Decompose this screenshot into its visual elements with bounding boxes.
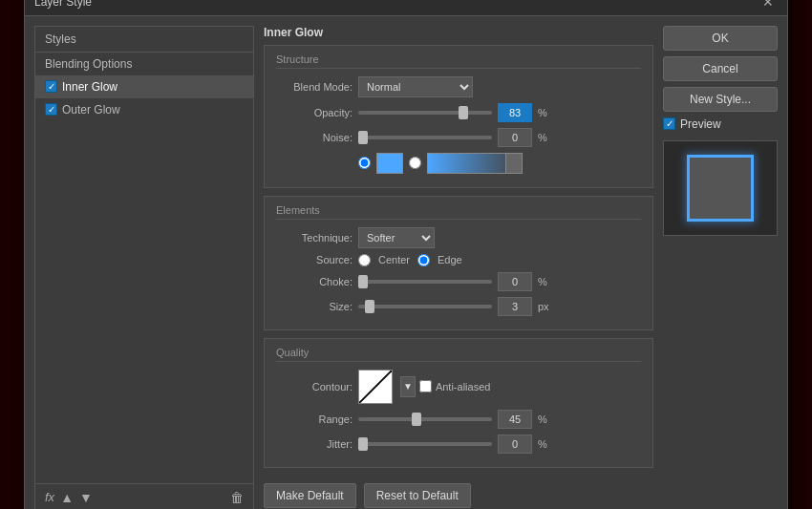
outer-glow-check[interactable]: ✓ [45, 103, 57, 116]
structure-subtitle: Structure [276, 53, 641, 69]
close-button[interactable]: ✕ [759, 0, 778, 10]
structure-section: Structure Blend Mode: Normal Multiply Sc… [264, 45, 653, 188]
noise-percent: % [538, 132, 547, 143]
opacity-label: Opacity: [276, 107, 353, 118]
source-center-label: Center [378, 254, 410, 265]
range-thumb[interactable] [412, 413, 421, 426]
choke-slider[interactable] [358, 280, 492, 284]
size-input[interactable]: 3 [498, 297, 532, 316]
styles-header: Styles [35, 27, 253, 53]
blend-mode-row: Blend Mode: Normal Multiply Screen Overl… [276, 76, 641, 97]
layer-style-dialog: Layer Style ✕ Styles Blending Options ✓ … [24, 0, 788, 509]
left-panel-footer: fx ▲ ▼ 🗑 [35, 483, 253, 510]
preview-inner [687, 155, 754, 222]
source-edge-radio[interactable] [417, 254, 430, 266]
main-panel: Inner Glow Structure Blend Mode: Normal … [264, 26, 653, 510]
source-label: Source: [276, 254, 353, 265]
technique-row: Technique: Softer Precise [276, 227, 641, 248]
left-panel: Styles Blending Options ✓ Inner Glow ✓ O… [34, 26, 254, 510]
range-row: Range: 45 % [276, 410, 641, 429]
ok-button[interactable]: OK [663, 26, 778, 51]
jitter-thumb[interactable] [358, 437, 368, 451]
opacity-percent: % [538, 107, 547, 118]
range-slider[interactable] [358, 417, 492, 421]
choke-label: Choke: [276, 276, 353, 287]
color-swatch[interactable] [376, 153, 403, 174]
section-title: Inner Glow [264, 26, 653, 39]
preview-text: Preview [680, 117, 721, 131]
right-panel: OK Cancel New Style... ✓ Preview [663, 26, 778, 510]
range-input[interactable]: 45 [498, 410, 532, 429]
title-bar: Layer Style ✕ [25, 0, 787, 16]
bottom-buttons: Make Default Reset to Default [264, 476, 653, 510]
preview-label[interactable]: ✓ Preview [663, 117, 778, 131]
contour-preview[interactable] [358, 370, 393, 404]
quality-section: Quality Contour: ▼ Anti-aliased [264, 338, 653, 468]
size-row: Size: 3 px [276, 297, 641, 316]
move-up-button[interactable]: ▲ [60, 490, 74, 505]
contour-dropdown-button[interactable]: ▼ [400, 376, 416, 397]
gradient-radio[interactable] [409, 157, 421, 169]
source-edge-label: Edge [438, 254, 462, 265]
jitter-input[interactable]: 0 [498, 435, 532, 454]
range-label: Range: [276, 414, 353, 425]
elements-subtitle: Elements [276, 204, 641, 220]
anti-alias-label[interactable]: Anti-aliased [419, 380, 490, 392]
size-label: Size: [276, 301, 353, 312]
choke-thumb[interactable] [358, 275, 368, 288]
noise-label: Noise: [276, 132, 353, 143]
sidebar-item-blending-options[interactable]: Blending Options [35, 53, 253, 75]
dialog-title: Layer Style [34, 0, 92, 9]
source-radio-group: Center Edge [358, 254, 462, 266]
outer-glow-label: Outer Glow [62, 103, 120, 117]
range-percent: % [538, 414, 547, 425]
elements-section: Elements Technique: Softer Precise Sourc… [264, 196, 653, 330]
move-down-button[interactable]: ▼ [79, 490, 93, 505]
blend-mode-label: Blend Mode: [276, 81, 353, 93]
source-row: Source: Center Edge [276, 254, 641, 266]
jitter-label: Jitter: [276, 438, 353, 450]
preview-box [663, 140, 778, 236]
preview-check[interactable]: ✓ [663, 117, 675, 130]
choke-row: Choke: 0 % [276, 272, 641, 291]
contour-label: Contour: [276, 381, 353, 392]
color-row [276, 153, 641, 174]
fx-icon: fx [45, 490, 54, 504]
dialog-body: Styles Blending Options ✓ Inner Glow ✓ O… [25, 16, 787, 510]
size-thumb[interactable] [365, 300, 374, 313]
opacity-input[interactable]: 83 [498, 103, 532, 122]
cancel-button[interactable]: Cancel [663, 56, 778, 81]
size-px: px [538, 301, 549, 312]
noise-row: Noise: 0 % [276, 128, 641, 147]
opacity-row: Opacity: 83 % [276, 103, 641, 122]
blending-options-label: Blending Options [45, 57, 132, 71]
contour-row: Contour: ▼ Anti-aliased [276, 370, 641, 404]
jitter-percent: % [538, 438, 547, 450]
technique-select[interactable]: Softer Precise [358, 227, 435, 248]
sidebar-item-outer-glow[interactable]: ✓ Outer Glow [35, 98, 253, 121]
new-style-button[interactable]: New Style... [663, 87, 778, 112]
choke-percent: % [538, 276, 547, 287]
opacity-thumb[interactable] [459, 106, 468, 119]
solid-color-radio[interactable] [358, 157, 371, 169]
reset-to-default-button[interactable]: Reset to Default [364, 483, 471, 508]
choke-input[interactable]: 0 [498, 272, 532, 291]
sidebar-item-inner-glow[interactable]: ✓ Inner Glow [35, 75, 253, 98]
make-default-button[interactable]: Make Default [264, 483, 356, 508]
noise-thumb[interactable] [358, 131, 368, 144]
delete-button[interactable]: 🗑 [230, 490, 244, 505]
inner-glow-label: Inner Glow [62, 80, 118, 94]
opacity-slider[interactable] [358, 111, 492, 115]
noise-input[interactable]: 0 [498, 128, 532, 147]
gradient-swatch[interactable] [427, 153, 523, 174]
quality-subtitle: Quality [276, 347, 641, 362]
jitter-row: Jitter: 0 % [276, 435, 641, 454]
jitter-slider[interactable] [358, 442, 492, 446]
inner-glow-check[interactable]: ✓ [45, 80, 57, 93]
technique-label: Technique: [276, 232, 353, 244]
noise-slider[interactable] [358, 136, 492, 139]
blend-mode-select[interactable]: Normal Multiply Screen Overlay [358, 76, 473, 97]
source-center-radio[interactable] [358, 254, 371, 266]
size-slider[interactable] [358, 305, 492, 308]
anti-alias-checkbox[interactable] [419, 380, 432, 392]
